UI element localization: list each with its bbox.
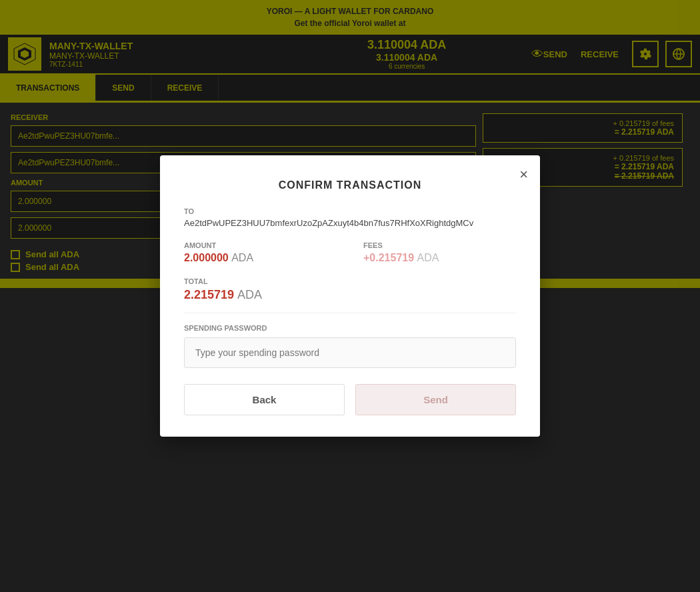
modal-amount-fees-row: AMOUNT 2.000000 ADA FEES +0.215719 ADA [184, 241, 516, 264]
modal-fees-col: FEES +0.215719 ADA [363, 241, 516, 264]
send-button[interactable]: Send [355, 384, 516, 415]
modal-fees-label: FEES [363, 241, 516, 249]
modal-amount-value: 2.000000 ADA [184, 252, 337, 264]
modal-fees-unit: ADA [417, 252, 439, 263]
modal-total-number: 2.215719 [184, 288, 234, 301]
modal-amount-number: 2.000000 [184, 252, 229, 263]
modal-total-amount: 2.215719 ADA [184, 288, 516, 302]
modal-overlay: × CONFIRM TRANSACTION TO Ae2tdPwUPEZ3HUU… [0, 0, 700, 592]
modal-title: CONFIRM TRANSACTION [184, 179, 516, 191]
modal-total-label: TOTAL [184, 277, 516, 285]
spending-password-input[interactable] [184, 337, 516, 368]
modal-amount-col: AMOUNT 2.000000 ADA [184, 241, 337, 264]
modal-amount-label: AMOUNT [184, 241, 337, 249]
modal-buttons: Back Send [184, 384, 516, 415]
back-button[interactable]: Back [184, 384, 345, 415]
modal-total-unit: ADA [237, 288, 262, 301]
modal-fees-value: +0.215719 ADA [363, 252, 516, 264]
modal-divider [184, 313, 516, 313]
modal-close-button[interactable]: × [519, 166, 528, 183]
modal-fees-number: +0.215719 [363, 252, 414, 263]
confirm-transaction-modal: × CONFIRM TRANSACTION TO Ae2tdPwUPEZ3HUU… [160, 155, 540, 437]
modal-address: Ae2tdPwUPEZ3HUU7bmfexrUzoZpAZxuyt4b4bn7f… [184, 218, 516, 228]
modal-to-label: TO [184, 207, 516, 215]
modal-amount-unit: ADA [231, 252, 253, 263]
modal-password-label: SPENDING PASSWORD [184, 324, 516, 332]
